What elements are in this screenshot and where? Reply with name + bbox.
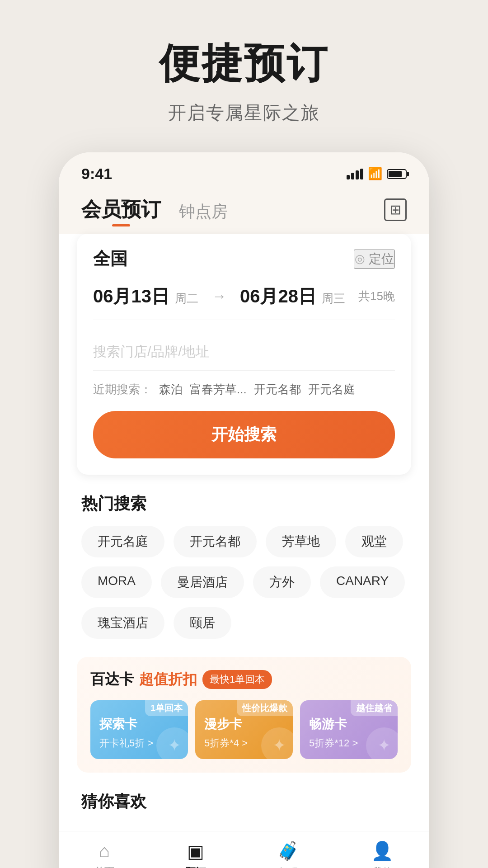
search-input-row[interactable]: 搜索门店/品牌/地址 [93,334,395,371]
hot-tags-grid: 开元名庭 开元名都 芳草地 观堂 MORA 曼居酒店 方外 CANARY 瑰宝酒… [59,526,429,652]
hot-tag-2[interactable]: 芳草地 [266,526,336,557]
hot-tag-1[interactable]: 开元名都 [174,526,257,557]
guess-like-title: 猜你喜欢 [81,791,407,813]
profile-icon: 👤 [371,840,394,862]
hot-search-title: 热门搜索 [59,488,429,526]
hot-tag-9[interactable]: 颐居 [174,607,231,639]
bnav-booking-label: 预订 [186,865,206,868]
discount-card-2[interactable]: 越住越省 畅游卡 5折券*12 > [300,700,398,759]
discount-header: 百达卡 超值折扣 最快1单回本 [90,670,398,689]
date-to-block: 06月28日 周三 [240,284,345,309]
hot-tag-3[interactable]: 观堂 [345,526,403,557]
nights-count: 共15晚 [358,288,395,304]
recent-tag-2[interactable]: 富春芳草... [190,382,247,397]
discount-highlight: 超值折扣 [139,670,197,689]
date-arrow-icon: → [212,288,226,305]
wifi-icon: 📶 [368,167,382,181]
bnav-home-label: 首页 [94,865,114,868]
discount-section: 百达卡 超值折扣 最快1单回本 1单回本 探索卡 开卡礼5折 > 性价比爆款 漫… [77,657,411,773]
recent-searches: 近期搜索： 森泊 富春芳草... 开元名都 开元名庭 [93,382,395,397]
search-placeholder: 搜索门店/品牌/地址 [93,343,209,361]
tab-member-booking[interactable]: 会员预订 [81,196,161,223]
location-text: 全国 [93,247,127,270]
search-button[interactable]: 开始搜索 [93,411,395,458]
discount-card-ribbon-0: 1单回本 [145,700,188,716]
guess-like-section: 猜你喜欢 [59,786,429,831]
location-row: 全国 定位 [93,247,395,270]
hero-title: 便捷预订 [159,36,329,91]
bottom-nav: ⌂ 首页 ▣ 预订 🧳 行程 👤 我的 [59,831,429,868]
hot-tag-4[interactable]: MORA [81,566,152,598]
hot-tag-5[interactable]: 曼居酒店 [161,566,244,598]
battery-icon [387,169,407,179]
hot-tag-7[interactable]: CANARY [320,566,405,598]
location-button[interactable]: 定位 [354,250,395,269]
discount-cards: 1单回本 探索卡 开卡礼5折 > 性价比爆款 漫步卡 5折券*4 > 越住越省 … [90,700,398,759]
itinerary-icon: 🧳 [277,840,300,862]
recent-tag-3[interactable]: 开元名都 [254,382,301,397]
hot-tag-0[interactable]: 开元名庭 [81,526,164,557]
hot-tag-6[interactable]: 方外 [253,566,311,598]
status-time: 9:41 [81,165,112,183]
status-icons: 📶 [347,167,407,181]
recent-label: 近期搜索： [93,382,152,397]
discount-title: 百达卡 [90,670,134,689]
status-bar: 9:41 📶 [59,152,429,187]
bnav-itinerary-label: 行程 [278,865,298,868]
date-from: 06月13日 [93,284,169,309]
bnav-booking[interactable]: ▣ 预订 [186,841,206,868]
date-to: 06月28日 [240,284,316,309]
discount-card-0[interactable]: 1单回本 探索卡 开卡礼5折 > [90,700,188,759]
nav-bar: 会员预订 钟点房 [59,187,429,234]
nav-tabs: 会员预订 钟点房 [81,196,228,223]
signal-icon [347,169,363,179]
bnav-home[interactable]: ⌂ 首页 [94,841,114,868]
bnav-profile[interactable]: 👤 我的 [371,840,394,868]
date-row[interactable]: 06月13日 周二 → 06月28日 周三 共15晚 [93,284,395,320]
search-card: 全国 定位 06月13日 周二 → 06月28日 周三 共15晚 搜索门店/品牌… [77,234,411,475]
phone-mockup: 9:41 📶 会员预订 钟点房 全国 定位 06月13日 [59,152,429,868]
hot-search-section: 热门搜索 开元名庭 开元名都 芳草地 观堂 MORA 曼居酒店 方外 CANAR… [59,488,429,652]
recent-tag-1[interactable]: 森泊 [159,382,183,397]
tab-hourly-room[interactable]: 钟点房 [179,201,228,223]
date-from-block: 06月13日 周二 [93,284,198,309]
discount-badge: 最快1单回本 [202,670,272,689]
booking-icon: ▣ [187,841,204,862]
discount-card-1[interactable]: 性价比爆款 漫步卡 5折券*4 > [195,700,293,759]
date-to-week: 周三 [322,291,345,307]
bnav-profile-label: 我的 [372,865,392,868]
home-icon: ⌂ [99,841,110,861]
bnav-itinerary[interactable]: 🧳 行程 [277,840,300,868]
qr-scan-icon[interactable] [384,198,407,221]
discount-card-ribbon-1: 性价比爆款 [237,700,293,716]
date-from-week: 周二 [175,291,198,307]
discount-card-ribbon-2: 越住越省 [351,700,398,716]
hero-subtitle: 开启专属星际之旅 [168,100,320,125]
recent-tag-4[interactable]: 开元名庭 [308,382,355,397]
hot-tag-8[interactable]: 瑰宝酒店 [81,607,164,639]
